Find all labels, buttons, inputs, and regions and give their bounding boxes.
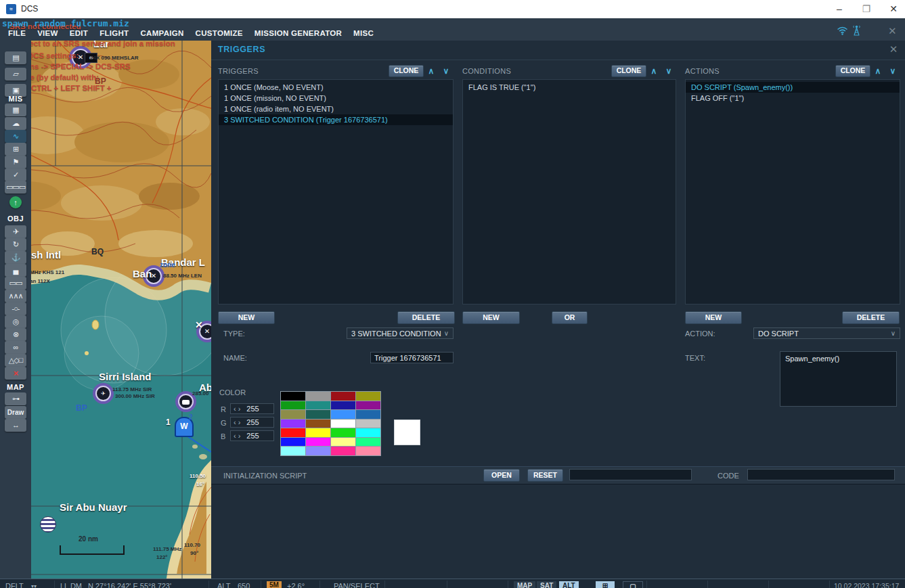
menu-mission-generator[interactable]: MISSION GENERATOR	[255, 29, 342, 37]
static-object-button[interactable]: ▭▭	[5, 277, 26, 290]
menu-flight[interactable]: FLIGHT	[100, 29, 129, 37]
toolbar-close-icon[interactable]: ✕	[888, 26, 897, 36]
briefing-button[interactable]: ▦	[5, 104, 26, 116]
new-trigger-button[interactable]: NEW	[218, 311, 275, 324]
action-list-item[interactable]: DO SCRIPT (Spawn_enemy())	[686, 82, 900, 93]
triggers-list[interactable]: 1 ONCE (Moose, NO EVENT)1 ONCE (mission,…	[218, 79, 454, 304]
close-button[interactable]: ✕	[880, 0, 905, 18]
coord-format[interactable]: LL DM	[60, 582, 82, 588]
layer-grid-icon[interactable]: ⊞	[596, 581, 615, 588]
template-button[interactable]: ∧∧∧	[5, 290, 26, 302]
red-value-stepper[interactable]: ‹ › 255	[230, 403, 274, 414]
action-list-item[interactable]: FLAG OFF ("1")	[686, 93, 900, 104]
layer-map-button[interactable]: MAP	[514, 581, 535, 588]
layer-alt-button[interactable]: ALT	[559, 581, 579, 588]
delete-action-button[interactable]: DELETE	[842, 311, 900, 324]
ground-vehicle-button[interactable]: ▄	[5, 264, 26, 277]
color-swatch[interactable]	[281, 428, 305, 437]
green-value-stepper[interactable]: ‹ › 255	[230, 417, 274, 428]
measure-button[interactable]: ↔	[5, 419, 26, 432]
script-file-input[interactable]	[569, 469, 692, 480]
color-swatch[interactable]	[281, 401, 305, 410]
condition-list-item[interactable]: FLAG IS TRUE ("1")	[463, 82, 676, 93]
menu-customize[interactable]: CUSTOMIZE	[196, 29, 243, 37]
ship-button[interactable]: ⚓	[5, 251, 26, 264]
color-swatch[interactable]	[306, 428, 330, 437]
reset-script-button[interactable]: RESET	[527, 469, 563, 482]
new-mission-button[interactable]: ▤	[5, 51, 26, 64]
trigger-list-item[interactable]: 1 ONCE (radio item, NO EVENT)	[219, 104, 453, 114]
trigger-type-dropdown[interactable]: 3 SWITCHED CONDITION ∨	[347, 327, 454, 339]
script-text-area[interactable]: Spawn_enemy()	[780, 351, 897, 407]
color-swatch[interactable]	[281, 438, 305, 447]
zone-button[interactable]: ◎	[5, 315, 26, 328]
color-swatch[interactable]	[306, 401, 330, 410]
trigger-zones-button[interactable]: ▭▭▭	[5, 181, 26, 194]
goals-button[interactable]: ✓	[5, 168, 26, 181]
trigger-list-item[interactable]: 1 ONCE (Moose, NO EVENT)	[219, 82, 453, 93]
menu-edit[interactable]: EDIT	[70, 29, 88, 37]
color-swatch[interactable]	[356, 420, 380, 428]
weather-button[interactable]: ☁	[5, 117, 26, 130]
triggers-button[interactable]: ∿	[5, 130, 26, 143]
exclusion-zone-button[interactable]: ⊗	[5, 328, 26, 341]
trigger-name-input[interactable]	[370, 352, 454, 363]
panel-close-icon[interactable]: ✕	[887, 43, 900, 55]
conditions-list[interactable]: FLAG IS TRUE ("1")	[462, 79, 676, 304]
move-condition-up-button[interactable]: ∧	[646, 66, 661, 76]
beacon-button[interactable]: -○-	[5, 302, 26, 315]
upload-button[interactable]: ↑	[9, 196, 22, 208]
clone-condition-button[interactable]: CLONE	[611, 65, 646, 77]
clone-trigger-button[interactable]: CLONE	[389, 65, 424, 77]
color-swatch[interactable]	[306, 438, 330, 447]
menu-campaign[interactable]: CAMPAIGN	[140, 29, 183, 37]
move-condition-down-button[interactable]: ∨	[661, 66, 676, 76]
mission-options-button[interactable]: ⊞	[5, 143, 26, 156]
code-input[interactable]	[747, 469, 895, 480]
color-swatch[interactable]	[331, 420, 355, 428]
map-key-button[interactable]: ⊶	[5, 392, 26, 405]
trigger-list-item[interactable]: 1 ONCE (mission, NO EVENT)	[219, 93, 453, 104]
decrement-icon[interactable]: ‹	[234, 431, 236, 440]
menu-view[interactable]: VIEW	[37, 29, 58, 37]
maximize-button[interactable]: ❐	[853, 0, 880, 18]
color-swatch[interactable]	[306, 392, 330, 401]
sirri-airport-icon[interactable]: ✈	[95, 386, 111, 401]
shapes-button[interactable]: △◇□	[5, 354, 26, 367]
actions-list[interactable]: DO SCRIPT (Spawn_enemy())FLAG OFF ("1")	[685, 79, 900, 304]
or-condition-button[interactable]: OR	[552, 311, 588, 324]
move-action-up-button[interactable]: ∧	[870, 66, 885, 76]
helicopter-button[interactable]: ↻	[5, 238, 26, 251]
flags-button[interactable]: ⚑	[5, 156, 26, 168]
color-swatch[interactable]	[281, 420, 305, 428]
open-script-button[interactable]: OPEN	[483, 469, 520, 482]
color-swatch[interactable]	[356, 438, 380, 447]
ship-unit-icon[interactable]	[178, 394, 194, 409]
decrement-icon[interactable]: ‹	[234, 417, 236, 427]
color-swatch[interactable]	[331, 428, 355, 437]
color-swatch[interactable]	[281, 410, 305, 419]
color-swatch[interactable]	[331, 447, 355, 455]
layer-sat-button[interactable]: SAT	[537, 581, 556, 588]
move-action-down-button[interactable]: ∨	[885, 66, 900, 76]
color-swatch[interactable]	[331, 401, 355, 410]
blue-value-stepper[interactable]: ‹ › 255	[230, 430, 274, 441]
new-condition-button[interactable]: NEW	[462, 311, 520, 324]
status-mode[interactable]: DFLT	[5, 582, 24, 588]
map-canvas[interactable]: ✕ ⊕ ✕ ✕ ✕ ✈ W Lar24X 090 MEHSLARBPBQsh I…	[0, 41, 211, 579]
color-swatch[interactable]	[356, 428, 380, 437]
color-swatch[interactable]	[306, 420, 330, 428]
color-swatch[interactable]	[331, 392, 355, 401]
open-mission-button[interactable]: ▱	[5, 68, 26, 81]
menu-misc[interactable]: MISC	[353, 29, 374, 37]
move-trigger-up-button[interactable]: ∧	[424, 66, 439, 76]
color-swatch[interactable]	[306, 447, 330, 455]
new-action-button[interactable]: NEW	[685, 311, 742, 324]
color-swatch[interactable]	[306, 410, 330, 419]
action-type-dropdown[interactable]: DO SCRIPT ∨	[753, 327, 900, 339]
airplane-button[interactable]: ✈	[5, 225, 26, 238]
delete-trigger-button[interactable]: DELETE	[397, 311, 455, 324]
delete-object-button[interactable]: ×	[5, 367, 26, 380]
menu-file[interactable]: FILE	[8, 29, 26, 37]
color-swatch[interactable]	[331, 410, 355, 419]
